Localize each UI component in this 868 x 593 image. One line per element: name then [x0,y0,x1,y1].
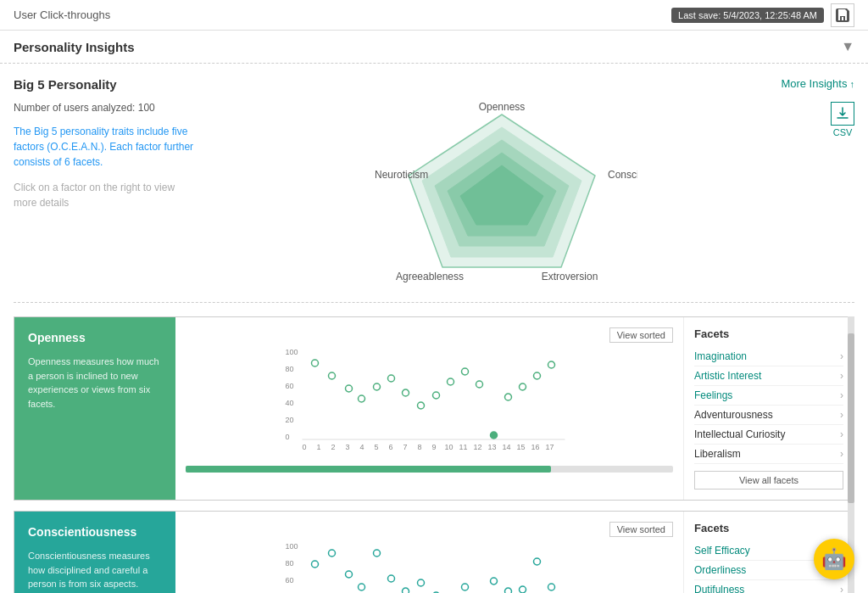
openness-chart: View sorted 100 80 60 40 20 0 0 1 2 [175,317,684,500]
svg-text:Openness: Openness [479,102,526,113]
facet-dutifulness[interactable]: Dutifulness › [694,580,843,593]
section-header: Personality Insights ▼ [0,31,868,64]
svg-text:16: 16 [531,443,540,451]
svg-text:100: 100 [286,542,298,551]
view-sorted-button-2[interactable]: View sorted [609,522,673,537]
svg-point-46 [462,368,469,375]
robot-assistant-button[interactable]: 🤖 [814,539,854,579]
svg-text:5: 5 [375,443,379,451]
users-count: Number of users analyzed: 100 [14,102,200,114]
robot-icon-glyph: 🤖 [821,547,847,571]
svg-point-88 [462,584,469,590]
top-bar-title: User Click-throughs [14,8,110,21]
svg-text:1: 1 [317,443,321,451]
openness-card: Openness Openness measures how much a pe… [14,316,854,501]
svg-point-90 [491,578,498,585]
svg-text:4: 4 [360,443,364,451]
chevron-right-icon: › [840,370,843,382]
svg-text:10: 10 [445,443,453,451]
svg-point-81 [359,584,365,590]
facet-label: Self Efficacy [694,545,750,557]
svg-point-84 [403,588,409,593]
svg-point-38 [346,385,353,392]
right-actions: CSV [804,102,854,137]
openness-progress [186,466,673,473]
left-panel: Number of users analyzed: 100 The Big 5 … [14,102,200,210]
svg-text:Extroversion: Extroversion [542,271,598,283]
facet-label: Adventurousness [694,409,773,421]
svg-text:6: 6 [389,443,393,451]
svg-point-91 [505,588,512,593]
svg-text:40: 40 [286,399,294,407]
download-icon [831,102,854,126]
svg-point-47 [476,381,483,388]
openness-title: Openness [28,331,162,344]
facet-artistic-interest[interactable]: Artistic Interest › [694,366,843,386]
conscientiousness-chart: View sorted 100 80 60 40 20 0 0 1 2 3 4 … [175,512,684,593]
svg-point-36 [312,360,319,366]
svg-text:0: 0 [303,443,307,451]
svg-point-94 [548,584,555,590]
conscientiousness-left: Conscientiousness Conscientiousness meas… [14,512,175,593]
svg-text:11: 11 [459,443,468,451]
svg-text:60: 60 [286,576,294,585]
chevron-right-icon: › [840,389,843,401]
svg-point-79 [329,550,336,557]
facet-imagination[interactable]: Imagination › [694,347,843,366]
chevron-right-icon: › [840,584,843,593]
chevron-right-icon: › [840,409,843,421]
svg-text:Agreeableness: Agreeableness [396,271,464,283]
main-content: Big 5 Personality More Insights Number o… [0,64,868,593]
top-bar: User Click-throughs Last save: 5/4/2023,… [0,0,868,31]
svg-text:0: 0 [286,433,290,441]
big5-title: Big 5 Personality [14,77,117,92]
openness-desc: Openness measures how much a person is i… [28,355,162,411]
facet-intellectual-curiosity[interactable]: Intellectual Curiosity › [694,425,843,445]
view-all-facets-button[interactable]: View all facets [694,471,843,490]
svg-point-42 [403,389,409,396]
svg-text:20: 20 [286,416,294,424]
more-insights-button[interactable]: More Insights [781,77,854,90]
facet-liberalism[interactable]: Liberalism › [694,445,843,464]
facet-feelings[interactable]: Feelings › [694,386,843,406]
radar-chart[interactable]: Openness Conscientiousness Extroversion … [217,102,787,288]
section-divider [14,302,854,303]
csv-download-button[interactable]: CSV [831,102,854,137]
svg-point-49 [505,394,512,400]
svg-point-45 [448,378,454,385]
save-timestamp: Last save: 5/4/2023, 12:25:48 AM [671,8,824,23]
svg-point-40 [374,383,381,390]
conscientiousness-desc: Conscientiousness measures how disciplin… [28,549,162,591]
big5-header: Big 5 Personality More Insights [14,77,854,92]
facet-label: Feelings [694,389,732,401]
view-sorted-button[interactable]: View sorted [609,327,673,343]
svg-text:13: 13 [488,443,497,451]
svg-text:Conscientiousness: Conscientiousness [608,169,637,181]
svg-text:2: 2 [331,443,336,451]
section-title: Personality Insights [14,40,135,54]
openness-left: Openness Openness measures how much a pe… [14,317,175,500]
save-icon[interactable] [831,3,854,27]
svg-point-51 [534,372,541,379]
svg-point-92 [520,586,526,593]
conscientiousness-title: Conscientiousness [28,525,162,539]
openness-progress-bar [186,466,551,473]
svg-text:7: 7 [403,443,408,451]
svg-point-83 [388,575,395,582]
svg-text:3: 3 [346,443,350,451]
svg-text:60: 60 [286,382,294,390]
svg-point-93 [534,558,541,565]
svg-point-82 [374,550,381,557]
collapse-icon[interactable]: ▼ [841,39,854,54]
svg-point-37 [329,372,336,379]
scrollbar-thumb[interactable] [848,333,854,503]
svg-point-48 [491,432,498,439]
chart-header: View sorted [186,327,673,343]
facet-adventurousness[interactable]: Adventurousness › [694,406,843,425]
facet-label: Liberalism [694,448,741,460]
svg-point-39 [359,395,365,402]
svg-point-44 [433,392,440,399]
svg-text:12: 12 [474,443,482,451]
facets-title-2: Facets [694,522,843,534]
facet-label: Imagination [694,350,747,362]
